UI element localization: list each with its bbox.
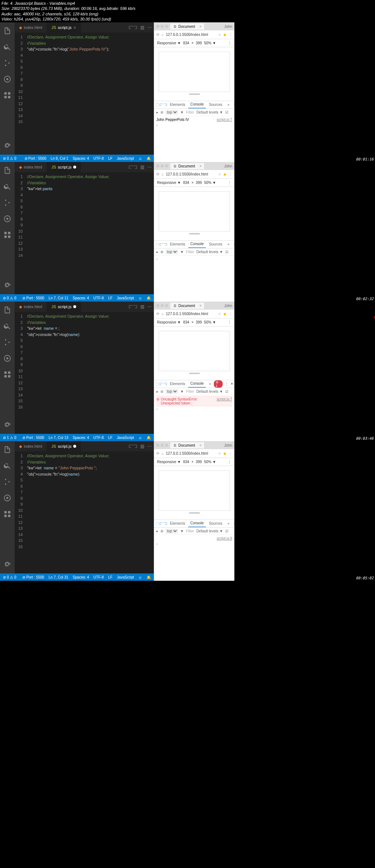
reload-icon[interactable]: ⟳: [156, 33, 159, 37]
devtools-tab-sources[interactable]: Sources: [207, 520, 224, 527]
compare-icon[interactable]: ⫍⫎: [129, 444, 137, 449]
tab-script-js[interactable]: JSscript.js: [47, 162, 81, 172]
status-lang[interactable]: JavaScript: [117, 575, 134, 579]
page-canvas[interactable]: [159, 331, 230, 371]
status-feedback-icon[interactable]: ☺: [138, 436, 142, 440]
status-eol[interactable]: LF: [108, 296, 112, 300]
window-controls[interactable]: [154, 304, 170, 307]
close-icon[interactable]: ×: [200, 443, 202, 447]
device-select[interactable]: Responsive ▼: [157, 41, 181, 45]
status-eol[interactable]: LF: [108, 575, 112, 579]
device-select[interactable]: Responsive ▼: [157, 320, 181, 324]
tab-index-html[interactable]: ◆index.html: [15, 22, 47, 33]
ext-icon[interactable]: ◆: [223, 312, 226, 316]
page-canvas[interactable]: [159, 52, 230, 92]
status-cursor[interactable]: Ln 7, Col 11: [49, 296, 68, 300]
levels-select[interactable]: Default levels ▼: [196, 529, 223, 533]
star-icon[interactable]: ☆: [218, 312, 221, 316]
window-controls[interactable]: [154, 165, 170, 167]
drag-handle[interactable]: [189, 512, 200, 514]
debug-icon[interactable]: [3, 354, 11, 364]
git-icon[interactable]: [3, 199, 11, 208]
browser-tab[interactable]: 🗎Document×: [170, 23, 205, 30]
devtools-select-icon[interactable]: ⬚: [156, 103, 159, 107]
devtools-tab-console[interactable]: Console: [188, 240, 206, 248]
settings-checkbox[interactable]: ☑: [225, 389, 229, 394]
status-cursor[interactable]: Ln 7, Col 31: [49, 575, 68, 579]
window-controls[interactable]: [154, 444, 170, 447]
ext-icon[interactable]: ◆: [223, 451, 226, 455]
status-lang[interactable]: JavaScript: [117, 436, 134, 440]
search-icon[interactable]: [3, 182, 11, 192]
reload-icon[interactable]: ⟳: [156, 312, 159, 316]
responsive-menu-icon[interactable]: ⋮: [228, 41, 231, 45]
url-input[interactable]: [166, 312, 216, 316]
compare-icon[interactable]: ⫍⫎: [129, 165, 137, 170]
tab-script-js[interactable]: JSscript.js: [47, 302, 81, 312]
status-eol[interactable]: LF: [108, 156, 112, 160]
status-spaces[interactable]: Spaces: 4: [73, 156, 89, 160]
responsive-menu-icon[interactable]: ⋮: [228, 181, 231, 185]
responsive-menu-icon[interactable]: ⋮: [228, 320, 231, 324]
extensions-icon[interactable]: [3, 231, 11, 240]
filter-input[interactable]: Filter: [186, 110, 194, 114]
settings-checkbox[interactable]: ☑: [225, 529, 229, 533]
status-port[interactable]: ⊘ Port : 5500: [22, 296, 44, 300]
status-encoding[interactable]: UTF-8: [93, 296, 104, 300]
devtools-select-icon[interactable]: ⬚: [156, 382, 159, 386]
status-bell-icon[interactable]: 🔔: [146, 296, 151, 300]
clear-console-icon[interactable]: ⊘: [160, 250, 163, 254]
browser-tab[interactable]: 🗎Document×: [170, 303, 205, 309]
context-select[interactable]: top: [166, 529, 178, 533]
console-prompt[interactable]: ›: [156, 406, 232, 412]
status-bell-icon[interactable]: 🔔: [146, 575, 151, 579]
clear-console-icon[interactable]: ⊘: [160, 389, 163, 394]
status-spaces[interactable]: Spaces: 4: [73, 436, 89, 440]
debug-icon[interactable]: [3, 75, 11, 85]
devtools-more[interactable]: »: [225, 520, 232, 527]
drag-handle[interactable]: [189, 233, 200, 234]
extensions-icon[interactable]: [3, 91, 11, 101]
console-prompt[interactable]: ›: [156, 122, 232, 128]
settings-checkbox[interactable]: ☑: [225, 250, 229, 254]
console-body[interactable]: script.js:9›: [154, 535, 234, 581]
status-port[interactable]: ⊘ Port : 5500: [22, 436, 44, 440]
viewport-width[interactable]: 834: [183, 181, 189, 185]
status-port[interactable]: ⊘ Port : 5500: [22, 575, 44, 579]
browser-tab[interactable]: 🗎Document×: [170, 163, 205, 169]
menu-icon[interactable]: ⋮: [229, 312, 232, 316]
close-icon[interactable]: ×: [200, 304, 202, 308]
window-controls[interactable]: [154, 25, 170, 28]
devtools-tab-elements[interactable]: Elements: [168, 520, 188, 527]
files-icon[interactable]: [3, 166, 11, 176]
gear-icon[interactable]: [3, 284, 11, 290]
filter-input[interactable]: Filter: [186, 529, 194, 533]
zoom-select[interactable]: 50% ▼: [204, 181, 216, 185]
status-errors[interactable]: ⊘ 0 ⚠ 0: [3, 296, 16, 300]
console-sidebar-icon[interactable]: ▸: [156, 250, 158, 254]
status-spaces[interactable]: Spaces: 4: [73, 296, 89, 300]
more-icon[interactable]: ⋯: [147, 165, 152, 170]
page-canvas[interactable]: [159, 191, 230, 232]
devtools-close-icon[interactable]: ×: [231, 382, 233, 386]
url-input[interactable]: [166, 33, 216, 37]
viewport-height[interactable]: 399: [196, 320, 202, 324]
debug-icon[interactable]: [3, 494, 11, 503]
console-prompt[interactable]: ›: [156, 256, 232, 262]
devtools-tab-sources[interactable]: Sources: [207, 241, 224, 248]
clear-console-icon[interactable]: ⊘: [160, 529, 163, 533]
code-content[interactable]: //Declare, Assignment Operator, Assign V…: [26, 33, 154, 155]
status-encoding[interactable]: UTF-8: [93, 156, 104, 160]
console-sidebar-icon[interactable]: ▸: [156, 389, 158, 394]
device-select[interactable]: Responsive ▼: [157, 460, 181, 464]
console-prompt[interactable]: ›: [156, 541, 232, 547]
split-icon[interactable]: ▥: [140, 165, 144, 170]
url-input[interactable]: [166, 172, 216, 176]
devtools-select-icon[interactable]: ⬚: [156, 521, 159, 525]
viewport-height[interactable]: 399: [196, 460, 202, 464]
code-content[interactable]: //Declare, Assignment Operator, Assign V…: [26, 451, 154, 573]
browser-user[interactable]: John: [224, 443, 234, 447]
close-icon[interactable]: ×: [200, 164, 202, 168]
viewport-height[interactable]: 399: [196, 181, 202, 185]
responsive-menu-icon[interactable]: ⋮: [228, 460, 231, 464]
